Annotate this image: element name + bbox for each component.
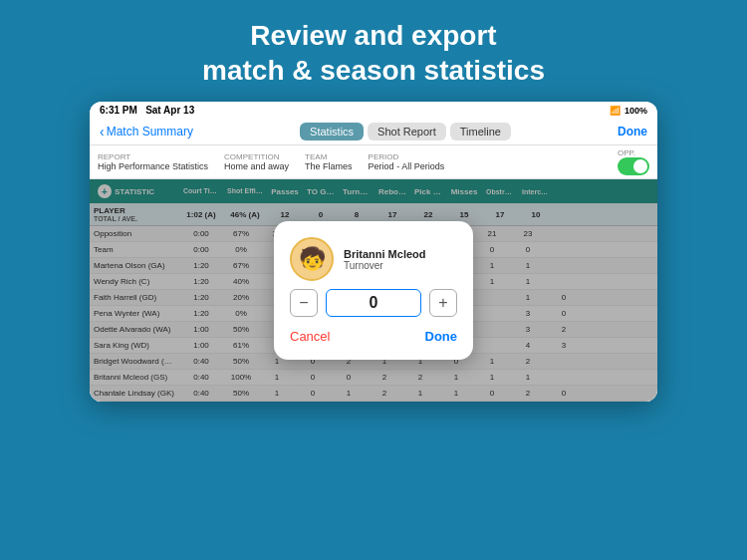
modal-actions: Cancel Done (290, 329, 457, 344)
device-frame: 6:31 PM Sat Apr 13 📶 100% ‹ Match Summar… (90, 102, 657, 402)
modal-player-info: Britanni Mcleod Turnover (344, 248, 426, 271)
report-label: REPORT (98, 152, 208, 161)
period-value: Period - All Periods (369, 161, 445, 171)
nav-done-button[interactable]: Done (618, 125, 647, 139)
status-bar: 6:31 PM Sat Apr 13 📶 100% (90, 102, 657, 119)
nav-back-button[interactable]: ‹ Match Summary (100, 124, 193, 140)
competition-value: Home and away (224, 161, 289, 171)
period-col: PERIOD Period - All Periods (369, 152, 445, 171)
avatar: 🧒 (290, 237, 334, 281)
opp-label: OPP. (618, 148, 649, 157)
stats-table: STATISTIC Court Time Shot Efficiency % P… (90, 179, 657, 402)
tab-shot-report[interactable]: Shot Report (368, 123, 446, 140)
team-label: TEAM (305, 152, 353, 161)
modal-stepper: − 0 + (290, 289, 457, 317)
modal-box: 🧒 Britanni Mcleod Turnover − 0 + Cancel … (274, 221, 473, 360)
status-icons: 📶 100% (610, 106, 647, 116)
nav-back-label: Match Summary (107, 125, 193, 139)
tab-timeline[interactable]: Timeline (450, 123, 511, 140)
opp-toggle[interactable] (618, 157, 649, 175)
nav-tabs: Statistics Shot Report Timeline (300, 123, 511, 140)
period-label: PERIOD (369, 152, 445, 161)
modal-stat-name: Turnover (344, 260, 426, 271)
report-value: High Performance Statistics (98, 161, 208, 171)
team-col: TEAM The Flames (305, 152, 353, 171)
modal-player-section: 🧒 Britanni Mcleod Turnover (290, 237, 457, 281)
decrement-button[interactable]: − (290, 289, 318, 317)
status-time: 6:31 PM Sat Apr 13 (100, 105, 194, 116)
competition-col: COMPETITION Home and away (224, 152, 289, 171)
avatar-emoji: 🧒 (299, 246, 326, 272)
modal-overlay: 🧒 Britanni Mcleod Turnover − 0 + Cancel … (90, 179, 657, 402)
report-row: REPORT High Performance Statistics COMPE… (90, 145, 657, 179)
hero-section: Review and export match & season statist… (162, 0, 585, 102)
hero-title: Review and export match & season statist… (202, 18, 545, 88)
nav-bar: ‹ Match Summary Statistics Shot Report T… (90, 119, 657, 145)
competition-label: COMPETITION (224, 152, 289, 161)
tab-statistics[interactable]: Statistics (300, 123, 364, 140)
stepper-value[interactable]: 0 (326, 289, 421, 317)
wifi-icon: 📶 (610, 106, 621, 116)
back-chevron-icon: ‹ (100, 124, 105, 140)
modal-cancel-button[interactable]: Cancel (290, 329, 330, 344)
modal-player-name: Britanni Mcleod (344, 248, 426, 260)
team-value: The Flames (305, 161, 353, 171)
report-col: REPORT High Performance Statistics (98, 152, 208, 171)
modal-done-button[interactable]: Done (425, 329, 458, 344)
increment-button[interactable]: + (429, 289, 457, 317)
opp-col: OPP. (618, 148, 649, 175)
battery-icon: 100% (624, 106, 647, 116)
